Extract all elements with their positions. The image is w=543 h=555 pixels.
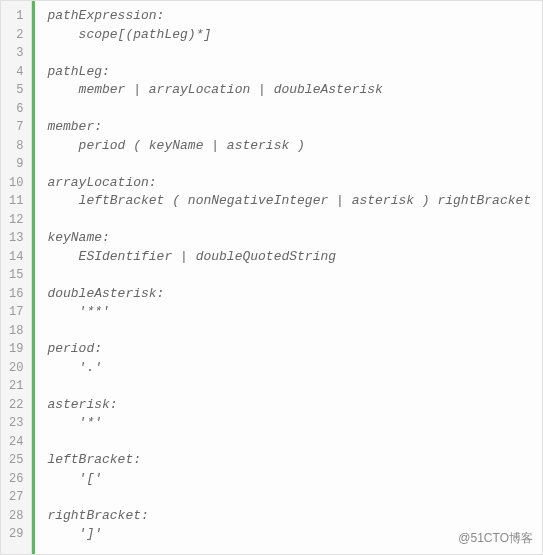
code-line: leftBracket: — [35, 451, 542, 470]
code-line: keyName: — [35, 229, 542, 248]
code-line — [35, 266, 542, 285]
code-line: arrayLocation: — [35, 174, 542, 193]
line-number: 2 — [1, 26, 31, 45]
line-number-gutter: 1234567891011121314151617181920212223242… — [1, 1, 32, 554]
watermark-text: @51CTO博客 — [458, 530, 533, 547]
code-content-area: pathExpression: scope[(pathLeg)*]pathLeg… — [32, 1, 542, 554]
code-line: '[' — [35, 470, 542, 489]
line-number: 8 — [1, 137, 31, 156]
line-number: 15 — [1, 266, 31, 285]
line-number: 21 — [1, 377, 31, 396]
code-line: scope[(pathLeg)*] — [35, 26, 542, 45]
code-block: 1234567891011121314151617181920212223242… — [0, 0, 543, 555]
line-number: 24 — [1, 433, 31, 452]
line-number: 23 — [1, 414, 31, 433]
code-line — [35, 433, 542, 452]
code-line: pathExpression: — [35, 7, 542, 26]
line-number: 26 — [1, 470, 31, 489]
line-number: 14 — [1, 248, 31, 267]
code-line: member | arrayLocation | doubleAsterisk — [35, 81, 542, 100]
code-line: '*' — [35, 414, 542, 433]
code-line: member: — [35, 118, 542, 137]
line-number: 19 — [1, 340, 31, 359]
line-number: 20 — [1, 359, 31, 378]
line-number: 29 — [1, 525, 31, 544]
code-line: leftBracket ( nonNegativeInteger | aster… — [35, 192, 542, 211]
code-line — [35, 211, 542, 230]
code-line: doubleAsterisk: — [35, 285, 542, 304]
code-line — [35, 322, 542, 341]
line-number: 22 — [1, 396, 31, 415]
line-number: 10 — [1, 174, 31, 193]
code-line — [35, 100, 542, 119]
line-number: 13 — [1, 229, 31, 248]
code-line: '.' — [35, 359, 542, 378]
line-number: 28 — [1, 507, 31, 526]
line-number: 17 — [1, 303, 31, 322]
code-line — [35, 377, 542, 396]
line-number: 12 — [1, 211, 31, 230]
code-line: rightBracket: — [35, 507, 542, 526]
code-line: period: — [35, 340, 542, 359]
code-line — [35, 488, 542, 507]
code-line — [35, 155, 542, 174]
code-line: pathLeg: — [35, 63, 542, 82]
code-line: asterisk: — [35, 396, 542, 415]
line-number: 6 — [1, 100, 31, 119]
line-number: 5 — [1, 81, 31, 100]
code-line: '**' — [35, 303, 542, 322]
line-number: 3 — [1, 44, 31, 63]
line-number: 18 — [1, 322, 31, 341]
line-number: 25 — [1, 451, 31, 470]
code-line: period ( keyName | asterisk ) — [35, 137, 542, 156]
code-line — [35, 44, 542, 63]
line-number: 1 — [1, 7, 31, 26]
line-number: 11 — [1, 192, 31, 211]
line-number: 7 — [1, 118, 31, 137]
code-line: ESIdentifier | doubleQuotedString — [35, 248, 542, 267]
line-number: 9 — [1, 155, 31, 174]
line-number: 16 — [1, 285, 31, 304]
line-number: 4 — [1, 63, 31, 82]
line-number: 27 — [1, 488, 31, 507]
